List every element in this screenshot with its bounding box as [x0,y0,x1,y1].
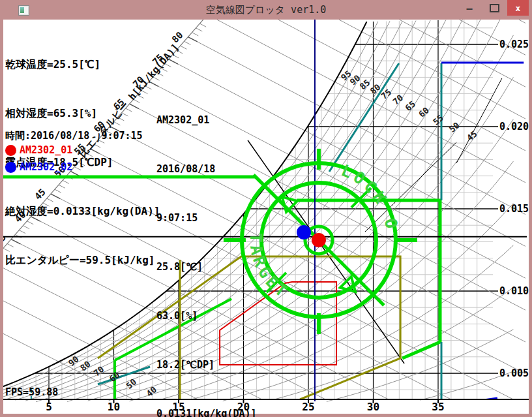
point-label-dp: 18.2[℃DP] [156,357,257,373]
svg-text:5: 5 [46,401,52,413]
data-point-AM2302_01 [312,233,326,247]
maximize-button[interactable] [481,0,507,16]
maximize-icon [490,4,499,12]
legend-item-am2302-01: AM2302_01 [5,144,72,156]
fps-counter: FPS=59.88 [5,386,58,398]
close-button[interactable]: x [507,0,529,16]
svg-text:60: 60 [417,105,431,119]
point-label-w: 0.0131[kg/kg(DA)] [156,406,257,417]
minimize-button[interactable]: – [456,0,482,16]
window-title: 空気線図プロッタ ver1.0 [0,4,532,16]
svg-text:25: 25 [302,401,314,413]
svg-text:0.010: 0.010 [499,285,529,297]
timestamp: 時間:2016/08/18 9:07:15 [5,130,143,142]
svg-text:55: 55 [431,113,445,127]
svg-text:0.015: 0.015 [499,203,529,215]
point-label-series: AM2302_01 [156,112,257,129]
svg-text:35: 35 [432,401,444,413]
readout-dry-bulb: 乾球温度=25.5[℃] [5,56,160,72]
point-data-label: AM2302_01 2016/08/18 9:07:15 25.8[℃] 63.… [156,80,257,417]
svg-text:30: 30 [367,401,379,413]
minimize-icon: – [466,3,472,14]
data-point-AM2302_02 [297,225,311,239]
point-label-date: 2016/08/18 [156,161,257,178]
legend-label: AM2302_01 [20,144,72,156]
legend-dot-blue [5,162,16,173]
legend-item-am2302-02: AM2302_02 [5,161,72,173]
readout-rel-humidity: 相対湿度=65.3[%] [5,105,160,121]
svg-text:0.020: 0.020 [499,121,529,132]
svg-text:10: 10 [108,401,120,413]
svg-text:0.025: 0.025 [499,39,529,50]
readout-abs-humidity: 絶対湿度=0.0133[kg/kg(DA)] [5,203,160,219]
svg-text:65: 65 [403,99,417,114]
app-window: 空気線図プロッタ ver1.0 – x 35404550556065707580… [0,0,532,417]
point-label-rh: 63.0[%] [156,308,257,324]
titlebar[interactable]: 空気線図プロッタ ver1.0 – x [0,0,532,20]
readout-enthalpy: 比エンタルピー=59.5[kJ/kg] [5,252,160,268]
close-icon: x [516,3,521,13]
svg-text:0.005: 0.005 [499,367,529,379]
point-label-temp: 25.8[℃] [156,259,257,275]
point-label-time: 9:07:15 [156,210,257,226]
legend-label: AM2302_02 [20,161,72,173]
svg-text:50: 50 [447,120,462,134]
legend-dot-red [5,145,16,156]
